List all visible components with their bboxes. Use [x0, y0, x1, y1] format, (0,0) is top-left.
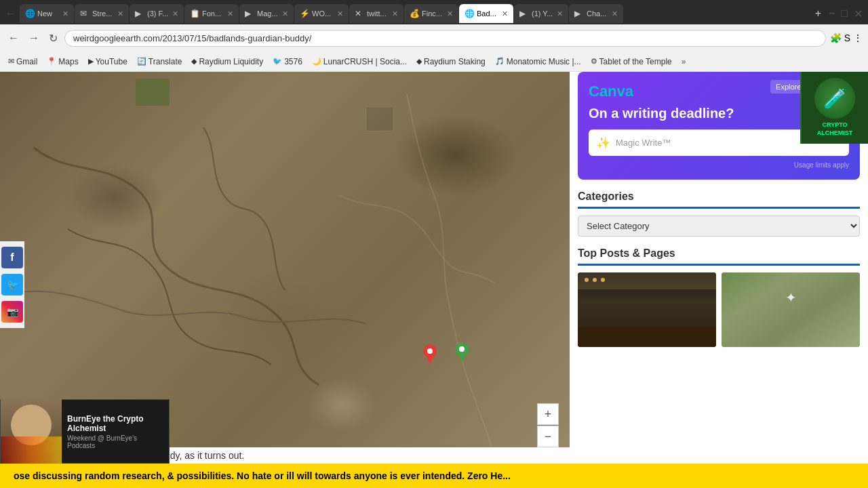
tab-favicon: ✕	[355, 9, 364, 18]
tab-close-btn[interactable]: ✕	[282, 9, 288, 18]
maximize-btn[interactable]: □	[838, 6, 850, 21]
map-pin-green[interactable]: ★	[454, 342, 469, 367]
tab-label: Fon...	[202, 9, 224, 18]
bookmark-lunarcrush-|-socia...[interactable]: 🌙 LunarCRUSH | Socia...	[309, 56, 410, 67]
tab-close-btn[interactable]: ✕	[557, 9, 563, 18]
browser-tab-10[interactable]: ▶ (1) Y... ✕	[514, 4, 568, 23]
bookmark-label: Raydium Liquidity	[199, 57, 263, 66]
bookmark-label: Monatomic Music |...	[507, 57, 581, 66]
tab-favicon: 📋	[190, 9, 199, 18]
tab-label: Finc...	[422, 9, 444, 18]
browser-tab-11[interactable]: ▶ Cha... ✕	[569, 4, 623, 23]
close-btn[interactable]: ✕	[851, 6, 865, 22]
room-bg	[578, 272, 716, 347]
tab-close-btn[interactable]: ✕	[227, 9, 233, 18]
bookmark-3576[interactable]: 🐦 3576	[270, 56, 305, 67]
video-overlay: BurnEye the Crypto Alchemist Weekend @ B…	[0, 399, 170, 464]
video-thumbnail	[1, 399, 62, 464]
canva-footer: Usage limits apply	[589, 161, 849, 169]
bottom-ticker: ose discussing random research, & possib…	[0, 464, 868, 488]
crypto-face: 🧪	[814, 78, 855, 119]
browser-tab-9[interactable]: 🌐 Bad... ✕	[459, 4, 513, 23]
bookmark-icon: 📍	[47, 57, 56, 66]
tab-close-btn[interactable]: ✕	[62, 9, 68, 18]
map-zoom-controls: + −	[537, 403, 559, 447]
twitter-btn[interactable]: 🐦	[1, 274, 23, 296]
refresh-btn[interactable]: ↻	[46, 30, 60, 46]
bookmark-youtube[interactable]: ▶ YouTube	[85, 56, 130, 67]
bookmark-icon: 🎵	[495, 57, 505, 66]
tab-label: Bad...	[477, 9, 499, 18]
browser-tab-6[interactable]: ⚡ WO... ✕	[294, 4, 349, 23]
tab-label: New	[37, 9, 60, 18]
bookmark-raydium-liquidity[interactable]: ◆ Raydium Liquidity	[189, 56, 266, 67]
bookmark-gmail[interactable]: ✉ Gmail	[5, 56, 40, 67]
url-input[interactable]	[64, 30, 826, 47]
tab-label: WO...	[312, 9, 334, 18]
bookmark-label: Maps	[58, 57, 78, 66]
bookmark-icon: ◆	[191, 57, 197, 66]
new-tab-btn[interactable]: +	[811, 7, 825, 20]
bookmark-raydium-staking[interactable]: ◆ Raydium Staking	[414, 56, 488, 67]
instagram-btn[interactable]: 📷	[1, 301, 23, 323]
bookmark-label: 3576	[284, 57, 302, 66]
browser-tab-4[interactable]: 📋 Fon... ✕	[184, 4, 239, 23]
bookmark-label: Raydium Staking	[424, 57, 486, 66]
bookmark-tablet-of-the-temple[interactable]: ⚙ Tablet of the Temple	[588, 56, 675, 67]
bookmark-label: Translate	[149, 57, 182, 66]
settings-icon[interactable]: ⋮	[853, 33, 863, 43]
bookmark-maps[interactable]: 📍 Maps	[44, 56, 81, 67]
bookmark-icon: 🌙	[312, 57, 321, 66]
ticker-text: ose discussing random research, & possib…	[0, 470, 511, 481]
video-name: BurnEye the Crypto Alchemist	[67, 414, 163, 433]
tab-favicon: ⚡	[300, 9, 309, 18]
bookmark-icon: ▶	[88, 57, 94, 66]
categories-section: Categories Select Category	[578, 190, 860, 237]
browser-tab-3[interactable]: ▶ (3) F... ✕	[130, 4, 184, 23]
tab-close-btn[interactable]: ✕	[392, 9, 398, 18]
browser-tab-7[interactable]: ✕ twitt... ✕	[349, 4, 403, 23]
main-content: f 🐦 📷	[0, 72, 868, 488]
aerial-bg: ✦	[722, 272, 860, 347]
browser-tab-8[interactable]: 💰 Finc... ✕	[404, 4, 458, 23]
category-select[interactable]: Select Category	[578, 216, 860, 237]
bookmark-icon: 🐦	[273, 57, 282, 66]
browser-tab-5[interactable]: ▶ Mag... ✕	[239, 4, 294, 23]
tab-favicon: ▶	[245, 9, 254, 18]
browser-tab-2[interactable]: ✉ Stre... ✕	[75, 4, 129, 23]
extensions-icon[interactable]: 🧩	[830, 33, 842, 43]
tab-close-btn[interactable]: ✕	[172, 9, 178, 18]
tab-close-btn[interactable]: ✕	[117, 9, 123, 18]
tab-close-btn[interactable]: ✕	[612, 9, 618, 18]
video-person-bg	[1, 399, 62, 464]
crypto-alchemist-logo[interactable]: 🧪 CRYPTOALCHEMIST	[800, 72, 868, 144]
bookmarks-more-btn[interactable]: »	[682, 57, 686, 66]
tab-close-btn[interactable]: ✕	[447, 9, 453, 18]
tab-close-btn[interactable]: ✕	[502, 9, 508, 18]
tab-favicon: 🌐	[25, 9, 35, 18]
bookmark-translate[interactable]: 🔄 Translate	[134, 56, 185, 67]
browser-tab-1[interactable]: 🌐 New ✕	[20, 4, 74, 23]
posts-grid: ✦	[578, 272, 860, 347]
categories-title: Categories	[578, 190, 860, 203]
tab-label: twitt...	[367, 9, 389, 18]
browser-chrome: ← 🌐 New ✕✉ Stre... ✕▶ (3) F... ✕📋 Fon...…	[0, 0, 868, 72]
back-btn[interactable]: ←	[5, 30, 22, 45]
svg-rect-0	[366, 107, 393, 131]
magic-write-icon: ✨	[597, 136, 610, 149]
post-thumb-2[interactable]: ✦	[722, 272, 860, 347]
facebook-btn[interactable]: f	[1, 247, 23, 268]
forward-btn[interactable]: →	[26, 30, 42, 45]
zoom-out-btn[interactable]: −	[537, 426, 559, 447]
map-pin-red[interactable]	[422, 344, 437, 369]
post-thumb-1[interactable]	[578, 272, 716, 347]
tab-label: (1) Y...	[532, 9, 554, 18]
minimize-btn[interactable]: −	[826, 6, 837, 21]
bookmark-monatomic-music-|...[interactable]: 🎵 Monatomic Music |...	[492, 56, 584, 67]
browser-back-btn[interactable]: ←	[3, 6, 19, 21]
zoom-in-btn[interactable]: +	[537, 403, 559, 425]
tab-close-btn[interactable]: ✕	[337, 9, 343, 18]
profile-icon[interactable]: S	[844, 33, 850, 43]
bookmark-label: Gmail	[16, 57, 37, 66]
canva-input-text: Magic Write™	[616, 138, 671, 148]
